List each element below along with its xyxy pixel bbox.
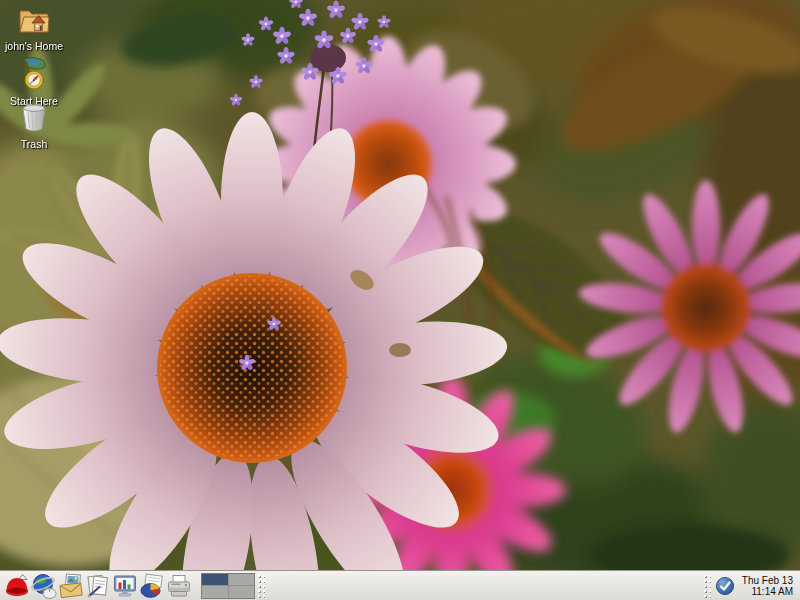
- start-here-icon: [16, 55, 52, 91]
- red-hat-icon: [4, 573, 30, 599]
- blue-circle-check-icon: [715, 576, 735, 596]
- pie-chart-calc-icon: [139, 573, 165, 599]
- trash-icon: [17, 98, 51, 134]
- panel-handle-right[interactable]: [703, 574, 711, 598]
- desktop-icon-label: Trash: [21, 139, 47, 150]
- update-notifier-button[interactable]: [714, 575, 736, 597]
- documents-pen-writer-icon: [85, 573, 111, 599]
- envelope-photo-mail-icon: [58, 573, 84, 599]
- word-processor-button[interactable]: [84, 572, 111, 600]
- desktop[interactable]: john's Home Start Here: [0, 0, 800, 600]
- globe-mouse-browser-icon: [31, 573, 57, 599]
- workspace-2[interactable]: [229, 574, 255, 586]
- panel-handle-left[interactable]: [257, 574, 265, 598]
- monitor-chart-impress-icon: [112, 573, 138, 599]
- desktop-icon-trash[interactable]: Trash: [0, 98, 70, 152]
- clock-date: Thu Feb 13: [742, 575, 793, 586]
- wallpaper-image: [0, 0, 800, 600]
- workspace-pager[interactable]: [201, 573, 255, 599]
- clock[interactable]: Thu Feb 13 11:14 AM: [742, 575, 793, 597]
- bottom-panel: Thu Feb 13 11:14 AM: [0, 570, 800, 600]
- workspace-3[interactable]: [202, 586, 228, 598]
- desktop-icon-label: john's Home: [5, 41, 63, 52]
- clock-time: 11:14 AM: [742, 586, 793, 597]
- spreadsheet-button[interactable]: [138, 572, 165, 600]
- print-manager-button[interactable]: [165, 572, 192, 600]
- workspace-4[interactable]: [229, 586, 255, 598]
- email-button[interactable]: [57, 572, 84, 600]
- desktop-icon-home[interactable]: john's Home: [0, 4, 70, 54]
- main-menu-button[interactable]: [3, 572, 30, 600]
- printer-icon: [166, 573, 192, 599]
- workspace-1[interactable]: [202, 574, 228, 586]
- web-browser-button[interactable]: [30, 572, 57, 600]
- panel-launchers: [3, 572, 192, 600]
- presentation-button[interactable]: [111, 572, 138, 600]
- home-folder-icon: [16, 4, 52, 36]
